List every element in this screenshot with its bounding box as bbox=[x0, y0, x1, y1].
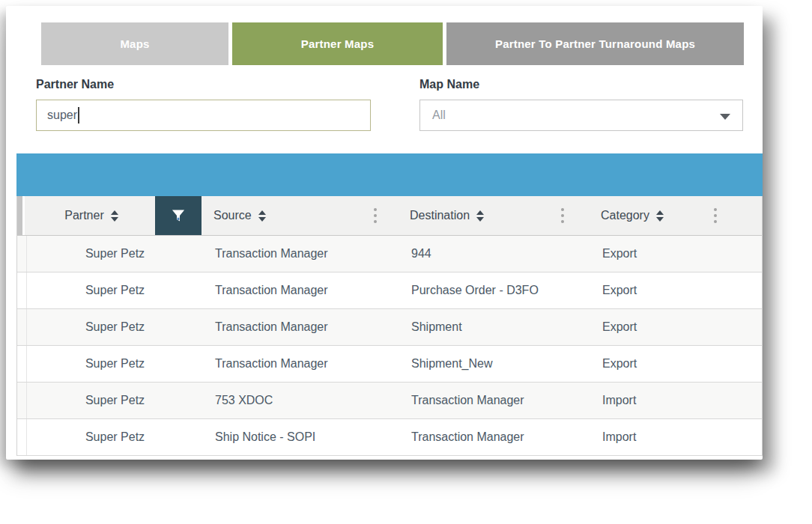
cell-source: Transaction Manager bbox=[203, 236, 405, 272]
map-name-dropdown[interactable]: All bbox=[419, 100, 743, 131]
table-header-row: Partner Source bbox=[17, 196, 762, 236]
sort-icon[interactable] bbox=[656, 210, 664, 222]
funnel-icon bbox=[171, 208, 186, 223]
cell-category: Import bbox=[593, 383, 745, 418]
cell-partner: Super Petz bbox=[27, 383, 203, 418]
partner-name-label: Partner Name bbox=[36, 78, 371, 91]
column-label: Destination bbox=[410, 209, 470, 222]
cell-destination: Transaction Manager bbox=[405, 419, 593, 455]
cell-partner: Super Petz bbox=[27, 272, 203, 308]
partner-name-value: super bbox=[47, 109, 77, 122]
maps-table: Partner Source bbox=[16, 196, 763, 456]
table-row[interactable]: Super Petz Transaction Manager Purchase … bbox=[17, 272, 762, 309]
row-gutter bbox=[17, 419, 27, 455]
cell-category: Import bbox=[593, 419, 745, 455]
cell-destination: Transaction Manager bbox=[405, 383, 593, 418]
tab-bar: Maps Partner Maps Partner To Partner Tur… bbox=[41, 22, 744, 65]
row-gutter bbox=[17, 383, 27, 418]
text-cursor-icon bbox=[78, 107, 79, 124]
row-gutter bbox=[17, 236, 27, 272]
cell-source: Transaction Manager bbox=[203, 346, 405, 382]
cell-source: 753 XDOC bbox=[203, 383, 405, 418]
column-label: Source bbox=[213, 209, 252, 222]
map-name-label: Map Name bbox=[419, 78, 743, 91]
table-row[interactable]: Super Petz Transaction Manager 944 Expor… bbox=[17, 236, 762, 272]
tab-partner-maps[interactable]: Partner Maps bbox=[232, 22, 443, 65]
table-row[interactable]: Super Petz 753 XDOC Transaction Manager … bbox=[17, 383, 762, 419]
cell-category: Export bbox=[593, 236, 745, 272]
cell-partner: Super Petz bbox=[27, 236, 203, 272]
cell-source: Transaction Manager bbox=[203, 272, 405, 308]
column-header-partner[interactable]: Partner bbox=[25, 196, 202, 235]
cell-category: Export bbox=[593, 309, 745, 345]
cell-destination: Shipment_New bbox=[405, 346, 593, 382]
cell-source: Transaction Manager bbox=[203, 309, 405, 345]
column-label: Category bbox=[601, 209, 649, 222]
tab-partner-to-partner-turnaround-maps[interactable]: Partner To Partner Turnaround Maps bbox=[446, 22, 744, 65]
column-menu-icon[interactable] bbox=[561, 208, 564, 223]
table-row[interactable]: Super Petz Ship Notice - SOPI Transactio… bbox=[17, 419, 762, 456]
row-gutter bbox=[17, 272, 27, 308]
content-card: Maps Partner Maps Partner To Partner Tur… bbox=[6, 6, 763, 460]
table-row[interactable]: Super Petz Transaction Manager Shipment … bbox=[17, 309, 762, 346]
row-gutter bbox=[17, 309, 27, 345]
cell-partner: Super Petz bbox=[27, 419, 203, 455]
column-menu-icon[interactable] bbox=[714, 208, 717, 223]
cell-destination: 944 bbox=[405, 236, 593, 272]
column-menu-icon[interactable] bbox=[374, 208, 377, 223]
sort-icon[interactable] bbox=[476, 210, 484, 222]
grid-toolbar bbox=[16, 153, 763, 196]
filter-button[interactable] bbox=[155, 196, 202, 235]
cell-destination: Shipment bbox=[405, 309, 593, 345]
row-gutter bbox=[17, 346, 27, 382]
column-header-destination[interactable]: Destination bbox=[404, 196, 591, 235]
chevron-down-icon bbox=[720, 114, 730, 120]
column-label: Partner bbox=[64, 209, 103, 222]
cell-partner: Super Petz bbox=[27, 346, 203, 382]
map-name-field-group: Map Name All bbox=[419, 78, 743, 131]
sort-icon[interactable] bbox=[258, 210, 266, 222]
sort-icon[interactable] bbox=[111, 210, 118, 222]
cell-category: Export bbox=[593, 272, 745, 308]
cell-source: Ship Notice - SOPI bbox=[203, 419, 405, 455]
column-header-category[interactable]: Category bbox=[591, 196, 744, 235]
map-name-selected-value: All bbox=[432, 109, 446, 122]
column-header-source[interactable]: Source bbox=[202, 196, 404, 235]
table-row[interactable]: Super Petz Transaction Manager Shipment_… bbox=[17, 346, 762, 383]
partner-name-input[interactable]: super bbox=[36, 100, 371, 131]
partner-name-field-group: Partner Name super bbox=[36, 78, 371, 131]
cell-partner: Super Petz bbox=[27, 309, 203, 345]
tab-maps[interactable]: Maps bbox=[41, 22, 228, 65]
header-gutter bbox=[17, 196, 25, 235]
cell-category: Export bbox=[593, 346, 745, 382]
cell-destination: Purchase Order - D3FO bbox=[405, 272, 593, 308]
